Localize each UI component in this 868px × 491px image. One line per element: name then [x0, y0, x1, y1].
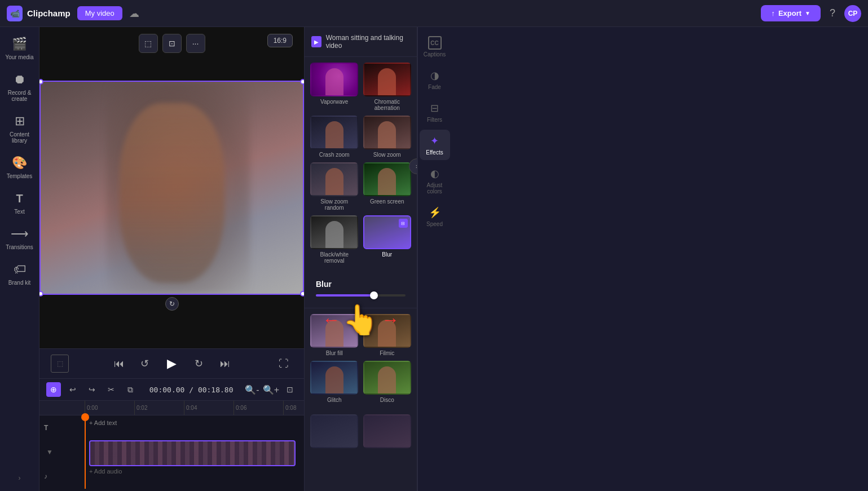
effect-disco[interactable]: Disco: [363, 361, 412, 403]
skip-forward-button[interactable]: ⏭: [216, 355, 234, 373]
redo-button[interactable]: ↪: [85, 382, 99, 397]
effect-thumb-vaporwave: [310, 63, 358, 96]
right-icons-bar: CC Captions ◑ Fade ⊟ Filters ✦ Effects ◐…: [417, 27, 451, 491]
filters-label: Filters: [427, 117, 442, 123]
corner-handle-br[interactable]: [300, 291, 304, 297]
slowzoom-figure: [378, 121, 396, 148]
undo-button[interactable]: ↩: [65, 382, 80, 397]
topbar: 📹 Clipchamp My video ☁ ↑ Export ▼ ? CP: [0, 0, 868, 27]
right-panel-filters[interactable]: ⊟ Filters: [420, 97, 450, 127]
playback-bar: ⬚ ⏮ ↺ ▶ ↻ ⏭ ⛶: [39, 348, 304, 378]
add-text-button[interactable]: + Add text: [89, 419, 299, 426]
effect-chromatic[interactable]: Chromatic aberration: [363, 63, 412, 111]
right-panel-effects[interactable]: ✦ Effects: [420, 130, 450, 160]
speed-label: Speed: [426, 221, 443, 227]
adjust-colors-icon: ◐: [428, 167, 442, 180]
sidebar-item-transitions[interactable]: ⟶ Transitions: [2, 222, 38, 255]
text-track-label: T: [44, 424, 89, 432]
effect-crashzoom[interactable]: Crash zoom: [310, 116, 359, 158]
ruler-mark-0: 0:00: [85, 401, 134, 415]
layout-tool-button[interactable]: ⊡: [162, 34, 182, 53]
sidebar-item-text[interactable]: T Text: [2, 186, 38, 219]
sidebar-item-your-media[interactable]: 🎬 Your media: [2, 32, 38, 65]
logo-text: Clipchamp: [27, 8, 71, 18]
video-tab[interactable]: My video: [77, 6, 122, 20]
right-panel-captions[interactable]: CC Captions: [420, 32, 450, 62]
forward-5-button[interactable]: ↻: [190, 355, 208, 373]
video-track-collapse-button[interactable]: ▼: [44, 446, 55, 458]
blur-slider-track[interactable]: [316, 294, 406, 297]
effect-extra-1[interactable]: [310, 414, 359, 448]
video-track-content[interactable]: [89, 439, 299, 465]
blur-slider-container[interactable]: [310, 292, 411, 302]
effect-vaporwave[interactable]: Vaporwave: [310, 63, 359, 111]
text-track-icon: T: [44, 424, 48, 432]
filters-icon: ⊟: [428, 101, 442, 115]
sidebar-expand-arrow[interactable]: ›: [14, 470, 25, 486]
effect-slowzoom[interactable]: Slow zoom: [363, 116, 412, 158]
effect-label-slowzoom: Slow zoom: [363, 152, 412, 158]
skip-back-button[interactable]: ⏮: [110, 355, 128, 373]
extra-effects-grid: [305, 409, 417, 454]
right-panel-fade[interactable]: ◑ Fade: [420, 64, 450, 95]
zoom-in-button[interactable]: 🔍+: [263, 384, 279, 395]
effect-slowzoomrandom[interactable]: Slow zoom random: [310, 162, 359, 211]
copy-button[interactable]: ⧉: [123, 382, 138, 397]
timeline-tracks: T + Add text ▼: [39, 415, 304, 489]
zoom-out-button[interactable]: 🔍-: [245, 384, 259, 395]
audio-track-content: + Add audio: [89, 468, 299, 485]
effect-thumb-blurfill: [310, 314, 358, 348]
effect-label-vaporwave: Vaporwave: [310, 99, 359, 105]
effect-thumb-bwremoval: [310, 215, 358, 249]
caption-toggle-button[interactable]: ⬚: [51, 355, 69, 373]
add-audio-button[interactable]: + Add audio: [89, 468, 299, 475]
sidebar-item-record-create[interactable]: ⏺ Record & create: [2, 67, 38, 107]
effect-extra-2[interactable]: [363, 414, 412, 448]
vaporwave-figure: [325, 68, 343, 95]
blur-section: Blur: [305, 269, 417, 308]
crop-tool-button[interactable]: ⬚: [139, 34, 158, 53]
effect-bwremoval[interactable]: Black/white removal: [310, 215, 359, 264]
panel-video-title: Woman sitting and talking video: [326, 34, 410, 50]
video-track-label: ▼: [44, 446, 89, 458]
effects-label: Effects: [426, 149, 443, 156]
captions-label: Captions: [424, 51, 446, 57]
sidebar-item-templates[interactable]: 🎨 Templates: [2, 151, 38, 184]
more-tool-button[interactable]: ···: [186, 34, 205, 53]
rewind-5-button[interactable]: ↺: [136, 355, 154, 373]
sidebar-item-brand-kit[interactable]: 🏷 Brand kit: [2, 257, 38, 290]
timeline-ruler: 0:00 0:02 0:04 0:06 0:08 0:10 0:12 0:14 …: [39, 401, 304, 415]
corner-handle-tr[interactable]: [300, 79, 304, 85]
help-button[interactable]: ?: [830, 7, 835, 19]
magnet-snap-button[interactable]: ⊕: [46, 382, 61, 397]
effect-thumb-crashzoom: [310, 116, 358, 149]
preview-toolbar: ⬚ ⊡ ···: [139, 34, 205, 53]
cloud-icon[interactable]: ☁: [129, 7, 139, 20]
topbar-right: ↑ Export ▼ ? CP: [761, 5, 861, 22]
ruler-mark-8: 0:08: [283, 401, 304, 415]
play-button[interactable]: ▶: [162, 353, 182, 374]
fullscreen-button[interactable]: ⛶: [275, 355, 293, 373]
blur-slider-thumb[interactable]: [370, 291, 378, 299]
effect-greenscreen[interactable]: Green screen: [363, 162, 412, 211]
cut-button[interactable]: ✂: [104, 382, 118, 397]
blurfill-figure: [325, 320, 343, 347]
right-panel-adjust-colors[interactable]: ◐ Adjust colors: [420, 162, 450, 199]
right-panel-speed[interactable]: ⚡ Speed: [420, 201, 450, 232]
rotation-handle[interactable]: ↻: [165, 297, 179, 311]
effect-blur[interactable]: ⊟ Blur: [363, 215, 412, 264]
effect-filmic[interactable]: Filmic: [363, 314, 412, 356]
avatar[interactable]: CP: [844, 5, 861, 22]
sidebar-label-your-media: Your media: [5, 54, 33, 60]
fit-view-button[interactable]: ⊡: [283, 382, 297, 397]
captions-icon: CC: [428, 36, 442, 50]
effects-grid: Vaporwave Chromatic aberration Crash zoo…: [305, 57, 417, 269]
corner-handle-bl[interactable]: [39, 291, 43, 297]
effect-blurfill[interactable]: Blur fill: [310, 314, 359, 356]
speed-icon: ⚡: [428, 206, 442, 219]
export-button[interactable]: ↑ Export ▼: [761, 5, 821, 21]
effects-icon: ✦: [428, 134, 442, 148]
effect-glitch[interactable]: Glitch: [310, 361, 359, 403]
sidebar-item-content-library[interactable]: ⊞ Content library: [2, 109, 38, 148]
video-clip[interactable]: [89, 440, 296, 466]
